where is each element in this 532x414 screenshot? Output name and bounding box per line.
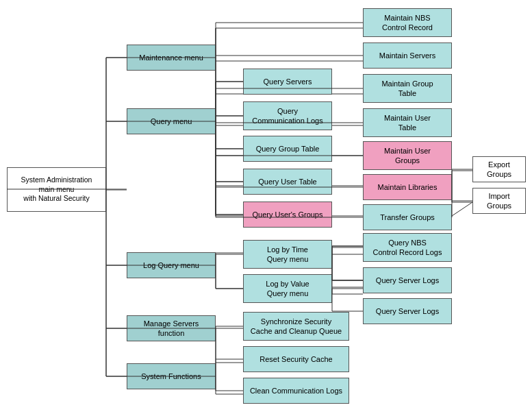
export-groups-node: Export Groups	[472, 156, 526, 182]
reset-security-label: Reset Security Cache	[259, 354, 332, 364]
manage-servers-node: Manage Servers function	[127, 315, 216, 341]
query-users-groups-label: Query User's Groups	[253, 210, 323, 219]
maintain-servers-label: Maintain Servers	[379, 51, 436, 60]
query-menu-node: Query menu	[127, 108, 216, 134]
log-query-menu-label: Log Query menu	[143, 260, 199, 270]
query-comm-logs-node: Query Communication Logs	[243, 101, 332, 130]
clean-comm-logs-node: Clean Communication Logs	[243, 378, 349, 404]
query-nbs-logs-node: Query NBS Control Record Logs	[363, 233, 452, 262]
query-comm-logs-label: Query Communication Logs	[252, 106, 322, 126]
log-value-label: Log by Value Query menu	[266, 279, 309, 299]
sync-security-node: Synchronize Security Cache and Cleanup Q…	[243, 312, 349, 341]
svg-line-48	[452, 202, 472, 216]
maintain-user-groups-label: Maintain User Groups	[384, 146, 431, 166]
maintain-group-table-node: Maintain Group Table	[363, 74, 452, 103]
query-user-table-label: Query User Table	[258, 177, 316, 186]
import-groups-node: Import Groups	[472, 188, 526, 214]
log-query-menu-node: Log Query menu	[127, 252, 216, 278]
maintain-nbs-node: Maintain NBS Control Record	[363, 8, 452, 37]
query-servers-node: Query Servers	[243, 69, 332, 95]
query-server-logs2-node: Query Server Logs	[363, 298, 452, 324]
query-servers-label: Query Servers	[264, 77, 312, 86]
maintain-user-table-node: Maintain User Table	[363, 108, 452, 137]
query-server-logs1-node: Query Server Logs	[363, 267, 452, 293]
main-menu-label: System Administration main menu with Nat…	[21, 175, 92, 204]
log-time-node: Log by Time Query menu	[243, 240, 332, 269]
maintain-user-table-label: Maintain User Table	[384, 113, 431, 133]
transfer-groups-label: Transfer Groups	[380, 212, 435, 222]
query-nbs-logs-label: Query NBS Control Record Logs	[373, 238, 442, 258]
query-group-table-label: Query Group Table	[256, 144, 320, 154]
query-user-table-node: Query User Table	[243, 169, 332, 195]
maintain-group-table-label: Maintain Group Table	[381, 79, 433, 99]
query-server-logs2-label: Query Server Logs	[376, 306, 439, 316]
system-functions-label: System Functions	[141, 372, 201, 381]
sync-security-label: Synchronize Security Cache and Cleanup Q…	[251, 317, 342, 337]
maintain-servers-node: Maintain Servers	[363, 42, 452, 69]
transfer-groups-node: Transfer Groups	[363, 204, 452, 230]
query-group-table-node: Query Group Table	[243, 136, 332, 162]
maintain-libraries-label: Maintain Libraries	[378, 182, 438, 192]
maintain-libraries-node: Maintain Libraries	[363, 174, 452, 200]
maintenance-menu-label: Maintenance menu	[139, 53, 203, 62]
system-functions-node: System Functions	[127, 363, 216, 389]
export-groups-label: Export Groups	[487, 160, 511, 180]
main-menu-node: System Administration main menu with Nat…	[7, 167, 106, 212]
log-value-node: Log by Value Query menu	[243, 274, 332, 303]
maintain-user-groups-node: Maintain User Groups	[363, 141, 452, 170]
maintain-nbs-label: Maintain NBS Control Record	[382, 13, 433, 33]
query-server-logs1-label: Query Server Logs	[376, 276, 439, 285]
import-groups-label: Import Groups	[487, 191, 511, 211]
query-menu-label: Query menu	[151, 117, 192, 126]
manage-servers-label: Manage Servers function	[144, 319, 199, 339]
reset-security-node: Reset Security Cache	[243, 346, 349, 372]
query-users-groups-node: Query User's Groups	[243, 202, 332, 228]
clean-comm-logs-label: Clean Communication Logs	[250, 386, 342, 395]
log-time-label: Log by Time Query menu	[267, 245, 309, 265]
maintenance-menu-node: Maintenance menu	[127, 45, 216, 71]
